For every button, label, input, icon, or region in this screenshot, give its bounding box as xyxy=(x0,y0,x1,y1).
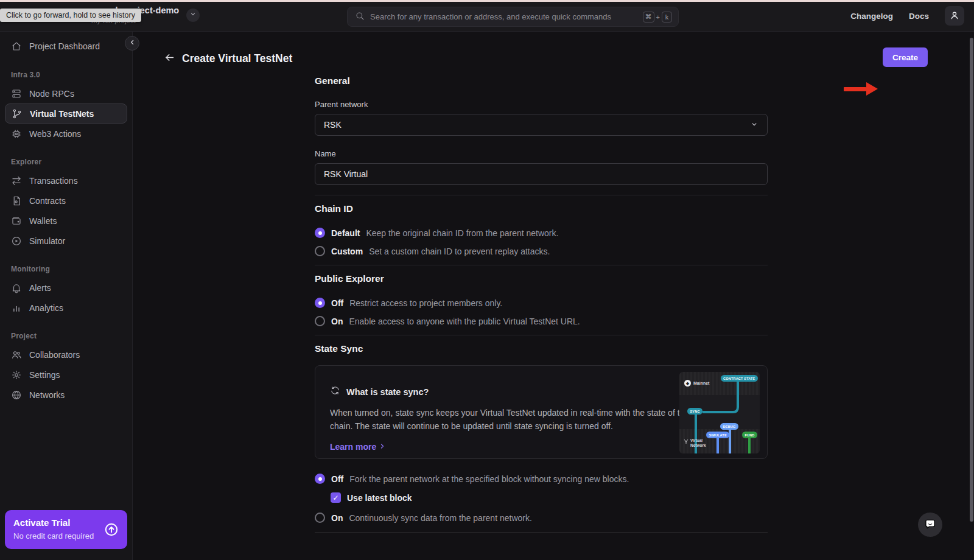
chevron-left-icon xyxy=(128,38,136,48)
bell-icon xyxy=(11,282,22,293)
general-heading: General xyxy=(315,75,768,86)
search-shortcut: ⌘ + k xyxy=(643,12,672,23)
chat-bubble-icon xyxy=(924,518,936,532)
learn-more-label: Learn more xyxy=(330,442,376,452)
plus-sign: + xyxy=(656,13,660,21)
annotation-red-arrow xyxy=(844,82,878,96)
option-description: Fork the parent network at the specified… xyxy=(349,474,629,484)
sync-arrows-icon xyxy=(330,385,340,398)
docs-link[interactable]: Docs xyxy=(909,12,929,21)
sidebar-item-node-rpcs[interactable]: Node RPCs xyxy=(0,83,132,103)
sidebar-item-label: Contracts xyxy=(29,196,66,206)
diagram-virtual-network-label: Virtual Network xyxy=(684,438,709,448)
sidebar-item-web3-actions[interactable]: Web3 Actions xyxy=(0,124,132,144)
sidebar-item-label: Settings xyxy=(29,370,60,380)
history-tooltip: Click to go forward, hold to see history xyxy=(0,9,141,22)
sidebar-collapse-button[interactable] xyxy=(125,36,139,51)
sidebar-item-alerts[interactable]: Alerts xyxy=(0,278,132,298)
changelog-link[interactable]: Changelog xyxy=(850,12,893,21)
chain-id-heading: Chain ID xyxy=(315,203,768,214)
person-icon xyxy=(949,10,960,23)
ethereum-icon: ◆ xyxy=(684,380,691,387)
create-button[interactable]: Create xyxy=(883,47,928,67)
name-input[interactable] xyxy=(315,163,768,185)
sidebar-section-monitoring: Monitoring xyxy=(11,265,121,273)
chain-id-option-custom[interactable]: Custom Set a custom chain ID to prevent … xyxy=(315,246,768,256)
sidebar-item-networks[interactable]: Networks xyxy=(0,385,132,405)
sidebar-item-wallets[interactable]: Wallets xyxy=(0,211,132,231)
parent-network-select[interactable]: RSK xyxy=(315,114,768,136)
sidebar-item-project-dashboard[interactable]: Project Dashboard xyxy=(0,36,132,57)
sidebar-item-label: Web3 Actions xyxy=(29,129,81,139)
main-content: Create Virtual TestNet Create General Pa… xyxy=(133,32,974,560)
state-sync-info-card: What is state sync? When turned on, stat… xyxy=(315,365,768,459)
divider xyxy=(315,265,768,265)
sidebar-section-project: Project xyxy=(11,332,121,340)
option-description: Continuously sync data from the parent n… xyxy=(349,513,531,523)
option-label: On xyxy=(331,317,343,326)
sidebar-item-label: Networks xyxy=(29,390,65,400)
sidebar-item-collaborators[interactable]: Collaborators xyxy=(0,345,132,365)
diagram-mainnet-label: ◆ Mainnet xyxy=(684,380,709,387)
sidebar-item-label: Simulator xyxy=(29,236,65,246)
state-sync-info-title: What is state sync? xyxy=(346,387,429,397)
option-description: Keep the original chain ID from the pare… xyxy=(366,228,558,238)
k-key: k xyxy=(662,12,672,23)
state-sync-option-on[interactable]: On Continuously sync data from the paren… xyxy=(315,513,768,523)
global-search[interactable]: ⌘ + k xyxy=(347,7,679,27)
search-input[interactable] xyxy=(370,12,637,21)
sidebar-item-label: Alerts xyxy=(29,283,51,293)
divider xyxy=(315,335,768,335)
radio-selected-icon[interactable] xyxy=(315,228,325,238)
sidebar-item-virtual-testnets[interactable]: Virtual TestNets xyxy=(5,103,127,124)
public-explorer-option-on[interactable]: On Enable access to anyone with the publ… xyxy=(315,316,768,326)
sidebar-item-contracts[interactable]: Contracts xyxy=(0,191,132,211)
state-sync-heading: State Sync xyxy=(315,343,768,354)
sidebar-item-transactions[interactable]: Transactions xyxy=(0,170,132,191)
state-sync-option-off[interactable]: Off Fork the parent network at the speci… xyxy=(315,474,768,484)
project-dropdown-button[interactable] xyxy=(186,9,200,22)
sidebar-item-label: Collaborators xyxy=(29,350,80,360)
chat-widget-button[interactable] xyxy=(918,513,942,537)
vertical-scrollbar[interactable] xyxy=(970,38,973,522)
sidebar-item-label: Wallets xyxy=(29,216,57,226)
use-latest-block-option[interactable]: Use latest block xyxy=(331,492,768,503)
radio-selected-icon[interactable] xyxy=(315,298,325,308)
radio-selected-icon[interactable] xyxy=(315,474,325,484)
checkbox-label: Use latest block xyxy=(347,493,412,503)
sidebar: Project Dashboard Infra 3.0 Node RPCs Vi… xyxy=(0,32,133,560)
fork-icon xyxy=(684,439,688,444)
divider xyxy=(315,195,768,195)
public-explorer-heading: Public Explorer xyxy=(315,273,768,284)
sidebar-item-label: Node RPCs xyxy=(29,89,74,99)
create-testnet-form: General Parent network RSK Name Chain ID… xyxy=(315,32,768,533)
back-button[interactable] xyxy=(161,50,178,67)
gear-icon xyxy=(11,369,22,380)
public-explorer-option-off[interactable]: Off Restrict access to project members o… xyxy=(315,298,768,308)
parent-network-value: RSK xyxy=(324,120,342,130)
chain-id-option-default[interactable]: Default Keep the original chain ID from … xyxy=(315,228,768,238)
sidebar-item-label: Project Dashboard xyxy=(29,41,100,51)
radio-unselected-icon[interactable] xyxy=(315,513,325,523)
option-label: Custom xyxy=(331,247,363,256)
fund-badge: FUND xyxy=(742,432,757,438)
option-label: On xyxy=(331,513,343,523)
debug-badge: DEBUG xyxy=(720,423,738,430)
radio-unselected-icon[interactable] xyxy=(315,316,325,326)
chevron-right-icon xyxy=(379,442,386,452)
sidebar-item-analytics[interactable]: Analytics xyxy=(0,298,132,318)
activate-trial-card[interactable]: Activate Trial No credit card required xyxy=(5,510,127,549)
learn-more-link[interactable]: Learn more xyxy=(330,442,386,452)
name-label: Name xyxy=(315,149,768,158)
sidebar-item-label: Virtual TestNets xyxy=(30,109,94,119)
sidebar-item-settings[interactable]: Settings xyxy=(0,365,132,385)
sidebar-item-label: Transactions xyxy=(29,176,78,186)
user-menu-button[interactable] xyxy=(945,6,964,26)
git-fork-icon xyxy=(12,108,23,119)
app-window: my-rsk-project-demo my-rsk-project Click… xyxy=(0,0,974,560)
globe-icon xyxy=(11,390,22,401)
sidebar-item-simulator[interactable]: Simulator xyxy=(0,231,132,251)
radio-unselected-icon[interactable] xyxy=(315,246,325,256)
checkbox-checked-icon[interactable] xyxy=(331,492,341,503)
chevron-down-icon xyxy=(189,10,197,19)
